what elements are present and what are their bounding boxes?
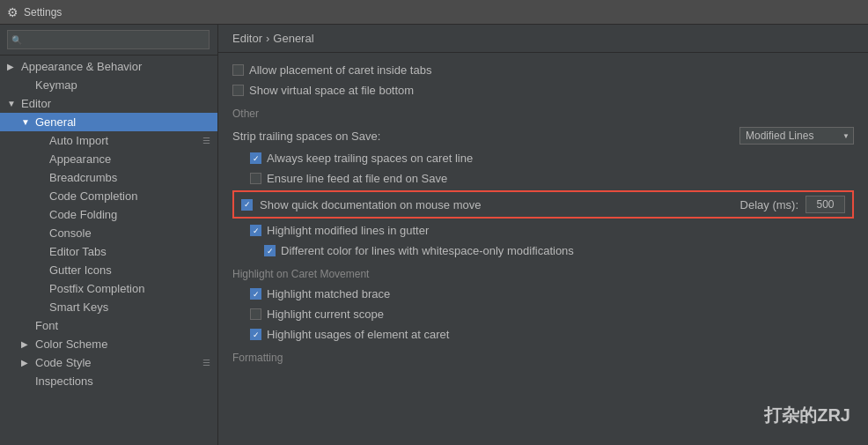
arrow-icon: ▶ — [21, 339, 32, 349]
sidebar-label: Appearance — [49, 152, 111, 166]
sidebar-label: Code Folding — [49, 208, 117, 221]
other-section-header: Other — [232, 100, 854, 123]
sidebar-label: Gutter Icons — [49, 263, 112, 277]
checkbox-quick-doc[interactable] — [241, 199, 253, 211]
setting-row-different-color: Different color for lines with whitespac… — [232, 241, 854, 261]
checkbox-always-keep[interactable] — [250, 152, 261, 164]
sidebar-label: Keymap — [35, 78, 77, 92]
label-quick-doc: Show quick documentation on mouse move — [260, 198, 481, 211]
label-show-virtual: Show virtual space at file bottom — [249, 84, 414, 97]
sidebar-item-code-completion[interactable]: Code Completion — [0, 187, 217, 205]
sidebar-item-appearance-behavior[interactable]: ▶ Appearance & Behavior — [0, 57, 217, 76]
checkbox-highlight-usages[interactable] — [250, 329, 261, 340]
breadcrumb-current: General — [273, 32, 313, 45]
sidebar-item-inspections[interactable]: Inspections — [0, 372, 217, 390]
strip-trailing-label: Strip trailing spaces on Save: — [232, 130, 380, 143]
sidebar-section: ▶ Appearance & Behavior Keymap ▼ Editor … — [0, 56, 217, 392]
dropdown-value: Modified Lines — [746, 130, 813, 142]
highlight-row-quick-doc: Show quick documentation on mouse move D… — [232, 190, 854, 219]
sidebar-label: Postfix Completion — [49, 282, 144, 295]
label-highlight-usages: Highlight usages of element at caret — [267, 328, 449, 341]
sidebar-label: Font — [35, 319, 58, 332]
sidebar-item-gutter-icons[interactable]: Gutter Icons — [0, 261, 217, 279]
sidebar-label: Inspections — [35, 375, 93, 388]
search-bar — [0, 25, 217, 56]
label-allow-caret: Allow placement of caret inside tabs — [249, 63, 431, 77]
sidebar-item-smart-keys[interactable]: Smart Keys — [0, 298, 217, 316]
strip-trailing-dropdown[interactable]: Modified Lines — [739, 127, 854, 145]
label-different-color: Different color for lines with whitespac… — [281, 244, 574, 257]
label-always-keep: Always keep trailing spaces on caret lin… — [267, 152, 473, 165]
delay-input[interactable] — [805, 196, 845, 213]
formatting-section-header: Formatting — [232, 345, 854, 367]
setting-row-highlight-scope: Highlight current scope — [232, 304, 854, 324]
title-bar: ⚙ Settings — [0, 0, 868, 25]
settings-content: Allow placement of caret inside tabs Sho… — [218, 53, 868, 375]
breadcrumb-separator: › — [266, 32, 269, 45]
main-layout: ▶ Appearance & Behavior Keymap ▼ Editor … — [0, 25, 868, 445]
sidebar-item-general[interactable]: ▼ General — [0, 113, 217, 131]
setting-row-always-keep: Always keep trailing spaces on caret lin… — [232, 148, 854, 168]
sidebar: ▶ Appearance & Behavior Keymap ▼ Editor … — [0, 25, 218, 445]
watermark: 打杂的ZRJ — [764, 404, 850, 427]
sidebar-label: Smart Keys — [49, 300, 108, 314]
sidebar-item-breadcrumbs[interactable]: Breadcrumbs — [0, 168, 217, 187]
sidebar-item-postfix-completion[interactable]: Postfix Completion — [0, 279, 217, 298]
delay-label: Delay (ms): — [740, 198, 798, 211]
sidebar-item-code-style[interactable]: ▶ Code Style ☰ — [0, 353, 217, 372]
sidebar-label: Color Scheme — [35, 337, 107, 351]
sidebar-label: Code Style — [35, 356, 92, 369]
arrow-icon: ▼ — [21, 117, 32, 127]
arrow-icon: ▼ — [7, 99, 18, 108]
sidebar-label: Auto Import — [49, 134, 108, 147]
sidebar-label: Console — [49, 226, 92, 240]
breadcrumb: Editor › General — [218, 25, 868, 53]
caret-section-header: Highlight on Caret Movement — [232, 261, 854, 284]
setting-row-highlight-brace: Highlight matched brace — [232, 284, 854, 304]
sidebar-item-editor[interactable]: ▼ Editor — [0, 94, 217, 113]
sidebar-item-keymap[interactable]: Keymap — [0, 76, 217, 94]
sidebar-item-color-scheme[interactable]: ▶ Color Scheme — [0, 335, 217, 353]
breadcrumb-parent: Editor — [232, 32, 262, 45]
setting-row-highlight-usages: Highlight usages of element at caret — [232, 324, 854, 345]
ext-icon: ☰ — [202, 136, 210, 145]
setting-row-ensure-line: Ensure line feed at file end on Save — [232, 168, 854, 189]
sidebar-item-font[interactable]: Font — [0, 316, 217, 335]
sidebar-item-appearance[interactable]: Appearance — [0, 150, 217, 168]
checkbox-highlight-modified[interactable] — [250, 225, 261, 236]
checkbox-highlight-scope[interactable] — [250, 308, 261, 320]
checkbox-allow-caret[interactable] — [232, 64, 244, 76]
sidebar-label: Appearance & Behavior — [21, 60, 142, 73]
checkbox-highlight-brace[interactable] — [250, 288, 261, 300]
checkbox-different-color[interactable] — [264, 245, 276, 256]
label-highlight-scope: Highlight current scope — [267, 308, 384, 321]
checkbox-ensure-line[interactable] — [250, 173, 261, 184]
sidebar-item-console[interactable]: Console — [0, 224, 217, 242]
arrow-icon: ▶ — [21, 358, 32, 367]
sidebar-label: Editor Tabs — [49, 245, 107, 258]
search-input[interactable] — [7, 30, 210, 49]
label-highlight-brace: Highlight matched brace — [267, 287, 390, 300]
setting-row-allow-caret: Allow placement of caret inside tabs — [232, 60, 854, 80]
sidebar-item-editor-tabs[interactable]: Editor Tabs — [0, 242, 217, 261]
label-highlight-modified: Highlight modified lines in gutter — [267, 224, 429, 237]
content-area: Editor › General Allow placement of care… — [218, 25, 868, 445]
arrow-icon: ▶ — [7, 62, 18, 71]
sidebar-label: Editor — [21, 97, 51, 110]
strip-trailing-row: Strip trailing spaces on Save: Modified … — [232, 123, 854, 148]
setting-row-highlight-modified: Highlight modified lines in gutter — [232, 220, 854, 241]
sidebar-label: General — [35, 115, 76, 129]
settings-icon: ⚙ — [7, 5, 18, 19]
setting-row-show-virtual: Show virtual space at file bottom — [232, 80, 854, 100]
label-ensure-line: Ensure line feed at file end on Save — [267, 172, 447, 185]
title-text: Settings — [24, 6, 62, 19]
sidebar-item-code-folding[interactable]: Code Folding — [0, 205, 217, 224]
checkbox-show-virtual[interactable] — [232, 85, 244, 96]
sidebar-label: Code Completion — [49, 189, 137, 203]
sidebar-label: Breadcrumbs — [49, 171, 117, 184]
search-wrapper — [7, 30, 210, 49]
sidebar-item-auto-import[interactable]: Auto Import ☰ — [0, 131, 217, 150]
ext-icon: ☰ — [202, 358, 210, 367]
